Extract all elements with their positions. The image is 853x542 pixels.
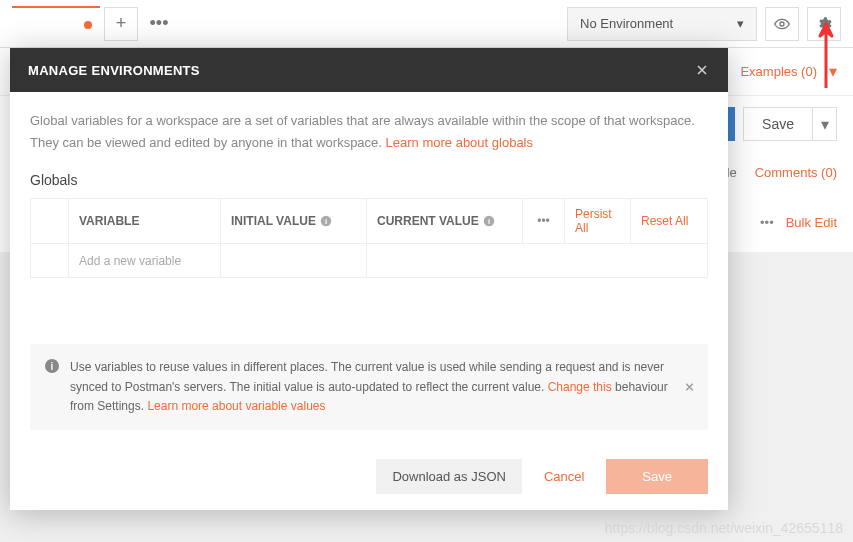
settings-button[interactable] [807, 7, 841, 41]
caret-down-icon: ▾ [737, 16, 744, 31]
svg-text:i: i [488, 217, 490, 226]
unsaved-dot-icon [84, 21, 92, 29]
environment-selector[interactable]: No Environment ▾ [567, 7, 757, 41]
persist-all-button[interactable]: Persist All [565, 199, 631, 243]
info-icon[interactable]: i [320, 215, 332, 227]
close-icon [683, 381, 696, 394]
cancel-button[interactable]: Cancel [536, 459, 592, 494]
svg-point-0 [780, 22, 784, 26]
variable-input[interactable]: Add a new variable [69, 244, 221, 277]
initial-value-input[interactable] [221, 244, 367, 277]
modal-body: Global variables for a workspace are a s… [10, 92, 728, 442]
more-options-button[interactable]: ••• [760, 215, 774, 230]
variable-header: VARIABLE [69, 199, 221, 243]
top-toolbar: + ••• No Environment ▾ [0, 0, 853, 48]
quick-look-button[interactable] [765, 7, 799, 41]
modal-description: Global variables for a workspace are a s… [30, 110, 708, 154]
reset-all-button[interactable]: Reset All [631, 199, 707, 243]
download-json-button[interactable]: Download as JSON [376, 459, 521, 494]
close-icon [694, 62, 710, 78]
modal-header: MANAGE ENVIRONMENTS [10, 48, 728, 92]
initial-value-header: INITIAL VALUE i [221, 199, 367, 243]
watermark-text: https://blog.csdn.net/weixin_42655118 [605, 520, 843, 536]
row-checkbox-cell[interactable] [31, 244, 69, 277]
checkbox-header [31, 199, 69, 243]
environment-label: No Environment [580, 16, 673, 31]
bulk-edit-link[interactable]: Bulk Edit [786, 215, 837, 230]
tab-more-button[interactable]: ••• [142, 7, 176, 41]
save-button[interactable]: Save [606, 459, 708, 494]
save-button-group: Save ▾ [743, 107, 837, 141]
banner-close-button[interactable] [683, 381, 696, 394]
learn-variable-values-link[interactable]: Learn more about variable values [147, 399, 325, 413]
globals-table: VARIABLE INITIAL VALUE i CURRENT VALUE i… [30, 198, 708, 278]
banner-text: Use variables to reuse values in differe… [70, 358, 668, 416]
globals-section-title: Globals [30, 172, 708, 188]
more-columns-button[interactable]: ••• [523, 199, 565, 243]
examples-link[interactable]: Examples (0) [740, 64, 817, 79]
caret-down-icon: ▾ [829, 62, 837, 81]
eye-icon [774, 16, 790, 32]
gear-icon [816, 16, 832, 32]
modal-title: MANAGE ENVIRONMENTS [28, 63, 200, 78]
comments-link[interactable]: Comments (0) [755, 165, 837, 180]
learn-globals-link[interactable]: Learn more about globals [386, 135, 533, 150]
save-dropdown-button[interactable]: ▾ [813, 107, 837, 141]
modal-footer: Download as JSON Cancel Save [10, 442, 728, 510]
manage-environments-modal: MANAGE ENVIRONMENTS Global variables for… [10, 48, 728, 510]
new-tab-button[interactable]: + [104, 7, 138, 41]
table-header-row: VARIABLE INITIAL VALUE i CURRENT VALUE i… [31, 199, 707, 244]
info-icon[interactable]: i [483, 215, 495, 227]
top-right-group: No Environment ▾ [567, 7, 841, 41]
current-value-input[interactable] [367, 244, 707, 277]
top-left-group: + ••• [12, 6, 176, 42]
svg-text:i: i [325, 217, 327, 226]
table-row: Add a new variable [31, 244, 707, 278]
active-tab[interactable] [12, 6, 100, 42]
info-icon: i [44, 358, 60, 416]
save-button[interactable]: Save [743, 107, 813, 141]
current-value-header: CURRENT VALUE i [367, 199, 523, 243]
svg-text:i: i [51, 361, 54, 372]
change-behaviour-link[interactable]: Change this [548, 380, 612, 394]
close-button[interactable] [694, 62, 710, 78]
info-banner: i Use variables to reuse values in diffe… [30, 344, 708, 430]
